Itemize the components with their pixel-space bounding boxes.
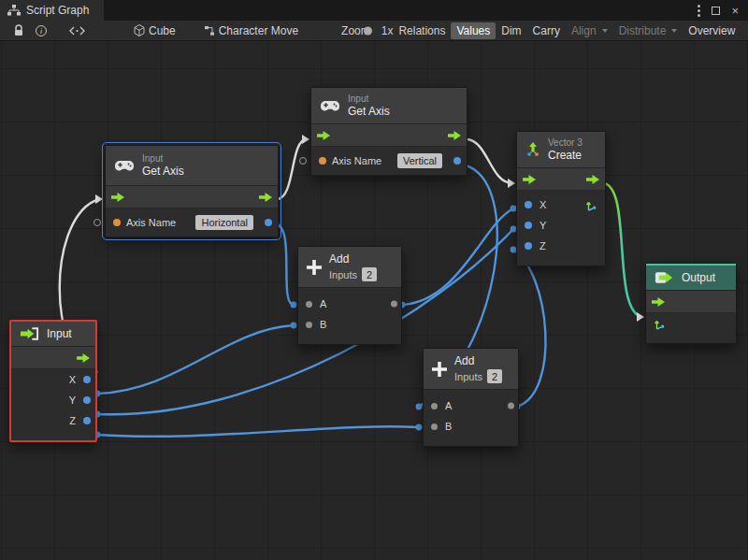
script-graph-icon [7,5,21,16]
node-get-axis-horizontal[interactable]: Input Get Axis Axis Name Horizontal [105,145,279,237]
wire-getaxis-vertical-to-vector3[interactable] [466,139,515,188]
string-port-dot[interactable] [319,157,326,165]
chevron-down-icon [671,29,677,33]
x-port-dot[interactable] [525,201,532,208]
gamepad-icon [114,160,135,172]
port-z-label: Z [539,240,546,251]
node-header[interactable]: Input [11,322,95,347]
graph-canvas[interactable]: Input Get Axis Axis Name Vertical Input [0,41,748,560]
node-get-axis-vertical[interactable]: Input Get Axis Axis Name Vertical [310,87,468,176]
close-icon[interactable]: × [731,5,739,17]
flow-in-arrow-icon[interactable] [317,131,330,140]
input-b-port-dot[interactable] [431,424,438,430]
node-header[interactable]: Add Inputs 2 [298,247,401,288]
port-b-label: B [320,319,326,330]
sum-port-dot[interactable] [508,403,514,409]
inputs-count-field[interactable]: 2 [362,267,377,281]
flow-in-arrow-icon[interactable] [111,193,124,202]
values-button[interactable]: Values [451,22,496,39]
relations-toggle-button[interactable] [64,21,91,40]
flow-port-row [106,186,278,208]
carry-button[interactable]: Carry [527,21,566,40]
axis-name-field[interactable]: Horizontal [195,215,253,230]
graph-label: Character Move [219,24,298,37]
cube-icon [134,24,145,36]
node-category: Vector 3 [548,137,583,149]
node-header[interactable]: Vector 3 Create [517,132,605,168]
node-graph-input[interactable]: Input X Y Z [9,320,97,442]
y-port-dot[interactable] [83,396,91,404]
zoom-slider-handle[interactable] [364,26,372,35]
align-label: Align [571,24,597,37]
string-port-dot[interactable] [113,219,121,226]
flow-out-arrow-icon[interactable] [77,353,90,363]
wire-add1-sum-to-vector3-x[interactable] [399,206,517,309]
vector-output-axes-icon[interactable] [585,199,597,211]
gamepad-icon [320,100,340,112]
port-row-b: B [298,314,401,335]
align-button[interactable]: Align [566,21,613,40]
node-vector3-create[interactable]: Vector 3 Create X Y Z [516,131,606,266]
overview-button[interactable]: Overview [683,21,741,40]
input-b-port-dot[interactable] [306,322,312,328]
vector-input-axes-icon[interactable] [654,318,666,330]
result-port-dot[interactable] [453,157,461,165]
port-row-z: Z [517,236,605,256]
code-brackets-icon [69,26,85,36]
maximize-icon[interactable] [712,7,720,15]
sum-port-dot[interactable] [391,301,397,308]
wire-getaxis-horizontal-to-vertical[interactable] [277,135,309,199]
script-graph-asset-icon [204,25,215,36]
asset-breadcrumb[interactable]: Cube [128,21,181,40]
input-a-port-dot[interactable] [431,403,438,409]
flow-out-arrow-icon[interactable] [448,131,461,140]
graph-input-icon [20,327,39,340]
flow-port-row [517,168,605,191]
input-a-port-dot[interactable] [306,301,312,308]
flow-out-arrow-icon[interactable] [259,193,272,202]
node-title: Add [329,252,377,266]
flow-port-row [11,347,95,369]
flow-in-arrow-icon[interactable] [652,297,665,307]
node-header[interactable]: Input Get Axis [106,146,278,186]
x-port-dot[interactable] [83,376,91,383]
relations-button[interactable]: Relations [393,21,451,40]
node-header[interactable]: Add Inputs 2 [424,349,518,390]
port-row-y: Y [517,215,605,236]
info-button[interactable]: i [30,21,52,40]
menu-kebab-icon[interactable] [698,5,700,17]
z-port-dot[interactable] [525,242,532,250]
lock-button[interactable] [7,21,30,40]
port-z-label: Z [69,415,76,426]
port-row-a: A [298,294,401,314]
flow-out-arrow-icon[interactable] [586,175,599,184]
node-graph-output[interactable]: Output [645,263,737,344]
y-port-dot[interactable] [525,222,532,229]
port-row-x: X [11,369,95,390]
lock-icon [13,24,24,36]
unconnected-port-ring[interactable] [299,157,307,165]
inputs-count-field[interactable]: 2 [487,369,502,383]
result-port-dot[interactable] [265,219,272,226]
node-header[interactable]: Input Get Axis [311,88,467,124]
tab-script-graph[interactable]: Script Graph [0,0,104,21]
dim-button[interactable]: Dim [496,21,526,40]
port-row-x: X [517,194,605,215]
node-header[interactable]: Output [646,264,736,291]
wire-vector3-to-output[interactable] [604,183,644,322]
vector-input-row [646,313,736,334]
unconnected-port-ring[interactable] [94,219,101,226]
z-port-dot[interactable] [83,417,91,424]
node-title: Add [454,354,502,367]
node-add-1[interactable]: Add Inputs 2 A B [297,246,402,345]
node-add-2[interactable]: Add Inputs 2 A B [423,348,519,447]
param-label: Axis Name [126,217,176,228]
distribute-button[interactable]: Distribute [613,21,683,40]
axis-name-field[interactable]: Vertical [397,153,442,168]
node-title: Create [548,149,583,162]
graph-breadcrumb[interactable]: Character Move [198,21,304,40]
port-a-label: A [320,298,326,309]
plus-icon [432,362,447,377]
wire-input-z-to-add2-b[interactable] [94,424,423,438]
flow-in-arrow-icon[interactable] [523,175,536,184]
